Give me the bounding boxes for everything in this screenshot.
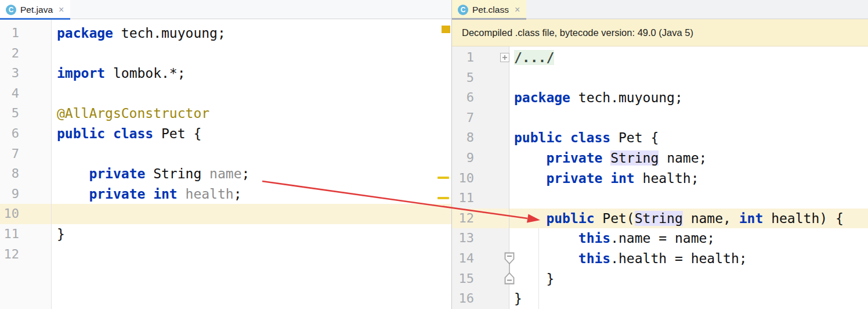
line-number[interactable]: 10 [452, 168, 509, 189]
code-text: public Pet(String name, int health) { [509, 209, 868, 229]
line-number[interactable]: 16 [452, 289, 509, 309]
line-number[interactable]: 14 [452, 249, 509, 269]
line-number[interactable]: 12 [0, 245, 51, 265]
code-text: this.name = name; [509, 228, 868, 249]
code-line[interactable]: 4 [0, 84, 451, 104]
code-line[interactable]: 9 private String name; [452, 148, 868, 168]
tab-label: Pet.class [472, 5, 509, 15]
code-line[interactable]: 1/.../ [452, 48, 868, 68]
line-number[interactable]: 4 [0, 84, 51, 104]
code-text: /.../ [509, 48, 868, 68]
code-text: import lombok.*; [51, 63, 451, 84]
tab-pet-java[interactable]: C Pet.java × [0, 0, 70, 19]
left-code-lines: 1package tech.muyoung;23import lombok.*;… [0, 19, 451, 264]
line-number[interactable]: 12 [452, 209, 509, 229]
code-line[interactable]: 16} [452, 289, 868, 309]
error-stripe-warning-mark[interactable] [437, 197, 449, 199]
code-text: private String name; [509, 148, 868, 168]
code-text [51, 144, 451, 164]
line-number[interactable]: 11 [452, 188, 509, 209]
line-number[interactable]: 9 [452, 148, 509, 168]
code-line[interactable]: 3import lombok.*; [0, 63, 451, 84]
active-tab-underline [0, 18, 70, 20]
code-line[interactable]: 12 [0, 245, 451, 265]
code-text: private int health; [51, 184, 451, 204]
line-number[interactable]: 2 [0, 44, 51, 64]
tab-label: Pet.java [20, 5, 53, 15]
code-text: public class Pet { [509, 128, 868, 148]
line-number[interactable]: 1 [0, 23, 51, 44]
code-text [509, 188, 868, 209]
code-line[interactable]: 9 private int health; [0, 184, 451, 204]
gutter-separator [51, 19, 52, 309]
code-text: @AllArgsConstructor [51, 103, 451, 124]
error-stripe-status-icon[interactable] [442, 26, 450, 33]
code-line[interactable]: 7 [452, 108, 868, 128]
tabbar-left: C Pet.java × [0, 0, 451, 19]
code-line[interactable]: 2 [0, 44, 451, 64]
code-line[interactable]: 6package tech.muyoung; [452, 88, 868, 108]
java-class-icon: C [458, 5, 468, 15]
line-number[interactable]: 7 [0, 144, 51, 164]
code-line[interactable]: 5@AllArgsConstructor [0, 103, 451, 124]
code-line[interactable]: 11 [452, 188, 868, 209]
code-line[interactable]: 7 [0, 144, 451, 164]
code-line[interactable]: 13 this.name = name; [452, 228, 868, 249]
tab-pet-class[interactable]: C Pet.class × [452, 0, 526, 19]
code-text: package tech.muyoung; [509, 88, 868, 108]
code-text: public class Pet { [51, 124, 451, 144]
line-number[interactable]: 7 [452, 108, 509, 128]
line-number[interactable]: 6 [0, 124, 51, 144]
code-text [509, 68, 868, 88]
decompiled-file-banner: Decompiled .class file, bytecode version… [452, 19, 868, 46]
code-editor-class[interactable]: 1/.../56package tech.muyoung;78public cl… [452, 46, 868, 309]
code-text [51, 204, 451, 224]
fold-region-handle-icon[interactable] [504, 252, 515, 285]
java-class-icon: C [6, 5, 16, 15]
selected-tab-underline [452, 18, 526, 20]
line-number[interactable]: 6 [452, 88, 509, 108]
tabbar-right: C Pet.class × [452, 0, 868, 19]
code-text: } [509, 289, 868, 309]
line-number[interactable]: 8 [0, 164, 51, 184]
split-divider[interactable] [451, 0, 452, 309]
line-number[interactable]: 11 [0, 224, 51, 245]
code-line[interactable]: 5 [452, 68, 868, 88]
code-line[interactable]: 6public class Pet { [0, 124, 451, 144]
code-text [51, 44, 451, 64]
line-number[interactable]: 5 [452, 68, 509, 88]
code-line[interactable]: 1package tech.muyoung; [0, 23, 451, 44]
code-text: private String name; [51, 164, 451, 184]
code-text [509, 108, 868, 128]
code-line[interactable]: 11} [0, 224, 451, 245]
code-text: private int health; [509, 168, 868, 189]
code-line[interactable]: 10 private int health; [452, 168, 868, 189]
line-number[interactable]: 13 [452, 228, 509, 249]
code-line[interactable]: 8public class Pet { [452, 128, 868, 148]
line-number[interactable]: 15 [452, 269, 509, 289]
line-number[interactable]: 5 [0, 103, 51, 124]
line-number[interactable]: 3 [0, 63, 51, 84]
code-text: } [51, 224, 451, 245]
code-text [51, 245, 451, 265]
code-editor-java[interactable]: 1package tech.muyoung;23import lombok.*;… [0, 19, 451, 309]
code-text: } [509, 269, 868, 289]
close-icon[interactable]: × [59, 5, 64, 15]
code-text: package tech.muyoung; [51, 23, 451, 44]
editor-pane-pet-java: C Pet.java × 1package tech.muyoung;23imp… [0, 0, 451, 309]
code-line[interactable]: 10 [0, 204, 451, 224]
close-icon[interactable]: × [515, 5, 520, 15]
code-line[interactable]: 12 public Pet(String name, int health) { [452, 209, 868, 229]
editor-pane-pet-class: C Pet.class × Decompiled .class file, by… [452, 0, 868, 309]
error-stripe-warning-mark[interactable] [437, 177, 449, 179]
code-line[interactable]: 8 private String name; [0, 164, 451, 184]
line-number[interactable]: 10 [0, 204, 51, 224]
fold-expand-icon[interactable] [500, 53, 509, 62]
line-number[interactable]: 8 [452, 128, 509, 148]
code-text [51, 84, 451, 104]
code-text: this.health = health; [509, 249, 868, 269]
line-number[interactable]: 9 [0, 184, 51, 204]
